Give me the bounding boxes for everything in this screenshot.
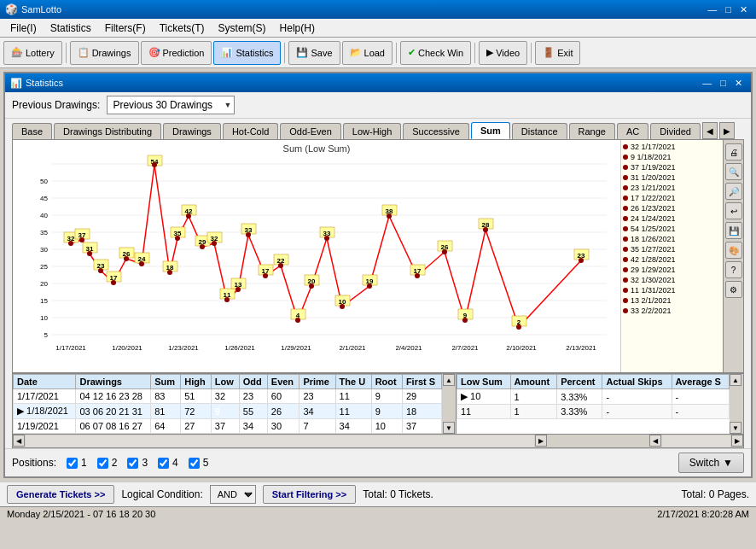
legend-text: 29 1/29/2021: [631, 266, 676, 274]
tab-next-button[interactable]: ▶: [719, 122, 735, 139]
stats-maximize-button[interactable]: □: [717, 76, 730, 90]
tab-range[interactable]: Range: [569, 123, 615, 139]
svg-point-78: [246, 232, 251, 237]
tab-prev-button[interactable]: ◀: [702, 122, 718, 139]
tab-divided[interactable]: Divided: [650, 123, 701, 139]
tab-drawings[interactable]: Drawings: [163, 123, 221, 139]
menu-statistics[interactable]: Statistics: [44, 20, 98, 36]
svg-point-87: [295, 318, 300, 323]
menu-filters[interactable]: Filters(F): [98, 20, 153, 36]
cell-actualskips: -: [602, 405, 672, 419]
menu-system[interactable]: System(S): [212, 20, 273, 36]
legend-dot-icon: [623, 298, 628, 303]
tab-drawings-distributing[interactable]: Drawings Distributing: [54, 123, 161, 139]
exit-icon: 🚪: [543, 47, 555, 58]
svg-text:2/13/2021: 2/13/2021: [566, 344, 596, 352]
right-scroll-spacer: [547, 435, 649, 447]
legend-text: 17 1/22/2021: [631, 194, 676, 202]
cell-firsts: 37: [402, 419, 441, 434]
status-datetime: Monday 2/15/2021 - 07 16 18 20 30: [7, 509, 155, 519]
separator2: [284, 43, 285, 63]
svg-text:25: 25: [40, 263, 48, 271]
switch-button[interactable]: Switch ▼: [678, 453, 744, 473]
svg-text:10: 10: [40, 314, 48, 322]
tool-undo-button[interactable]: ↩: [725, 202, 742, 219]
tool-zoom-in-button[interactable]: 🔍: [725, 163, 742, 180]
app-icon: 🎲: [5, 3, 18, 15]
menu-help[interactable]: Help(H): [273, 20, 322, 36]
position-5-checkbox[interactable]: [189, 458, 200, 469]
scroll-up-button[interactable]: ▲: [443, 374, 455, 386]
save-label: Save: [311, 48, 332, 58]
chart-area: Sum (Low Sum): [13, 140, 620, 372]
load-button[interactable]: 📂 Load: [342, 41, 393, 65]
tool-help-button[interactable]: ?: [725, 261, 742, 278]
cell-high: 51: [181, 389, 212, 404]
svg-text:2/1/2021: 2/1/2021: [339, 344, 366, 352]
prediction-button[interactable]: 🎯 Prediction: [141, 41, 212, 65]
svg-point-120: [579, 258, 584, 263]
cell-drawings: 04 12 16 23 28: [76, 389, 151, 404]
minimize-button[interactable]: —: [704, 3, 720, 16]
tool-color-button[interactable]: 🎨: [725, 242, 742, 259]
scroll-right-button[interactable]: ▶: [535, 435, 547, 447]
legend-text: 33 2/2/2021: [631, 307, 672, 315]
legend-text: 13 2/1/2021: [631, 296, 672, 305]
position-3-checkbox[interactable]: [127, 458, 138, 469]
tab-odd-even[interactable]: Odd-Even: [280, 123, 341, 139]
maximize-button[interactable]: □: [722, 3, 735, 16]
svg-point-45: [111, 280, 116, 285]
scroll-left-button[interactable]: ◀: [13, 435, 25, 447]
app-title-bar: 🎲 SamLotto — □ ✕: [0, 0, 756, 19]
col-header-even: Even: [267, 375, 299, 389]
logical-condition-select[interactable]: AND OR: [210, 485, 256, 504]
right-scroll-up-button[interactable]: ▲: [730, 374, 741, 386]
bottom-bar: Generate Tickets >> Logical Condition: A…: [0, 482, 756, 506]
tab-low-high[interactable]: Low-High: [343, 123, 401, 139]
checkwin-button[interactable]: ✔ Check Win: [400, 41, 471, 65]
start-filtering-button[interactable]: Start Filtering >>: [263, 485, 356, 504]
legend-item: 9 1/18/2021: [623, 152, 721, 162]
tool-save-chart-button[interactable]: 💾: [725, 222, 742, 239]
position-1-checkbox[interactable]: [67, 458, 78, 469]
statistics-button[interactable]: 📊 Statistics: [213, 41, 281, 65]
menu-file[interactable]: File(I): [3, 20, 44, 36]
position-2-checkbox[interactable]: [97, 458, 108, 469]
generate-tickets-button[interactable]: Generate Tickets >>: [7, 485, 114, 504]
tab-base[interactable]: Base: [12, 123, 52, 139]
tab-successive[interactable]: Successive: [403, 123, 469, 139]
tool-zoom-out-button[interactable]: 🔎: [725, 183, 742, 200]
cell-high: 27: [181, 419, 212, 434]
svg-point-114: [483, 227, 488, 232]
position-4-group: 4: [158, 457, 178, 469]
svg-text:45: 45: [40, 195, 48, 202]
right-scroll-track[interactable]: [662, 435, 730, 447]
save-button[interactable]: 💾 Save: [288, 41, 340, 65]
tab-ac[interactable]: AC: [617, 123, 648, 139]
lottery-button[interactable]: 🎰 Lottery: [3, 41, 62, 65]
close-button[interactable]: ✕: [736, 3, 751, 16]
svg-point-57: [167, 270, 172, 275]
previous-drawings-select[interactable]: Previous 10 Drawings Previous 20 Drawing…: [107, 96, 235, 114]
menu-tickets[interactable]: Tickets(T): [153, 20, 212, 36]
scroll-down-button[interactable]: ▼: [443, 422, 455, 434]
logical-condition-select-wrapper: AND OR: [210, 485, 256, 504]
right-scroll-down-button[interactable]: ▼: [730, 422, 741, 434]
video-button[interactable]: ▶ Video: [479, 41, 527, 65]
exit-button[interactable]: 🚪 Exit: [535, 41, 580, 65]
tab-sum[interactable]: Sum: [471, 122, 510, 139]
right-scroll-left-button[interactable]: ◀: [649, 435, 661, 447]
cell-prime: 7: [299, 419, 335, 434]
drawings-button[interactable]: 📋 Drawings: [70, 41, 139, 65]
stats-window-title: Statistics: [26, 78, 63, 88]
stats-close-button[interactable]: ✕: [731, 76, 746, 90]
cell-odd: 34: [239, 419, 267, 434]
tab-distance[interactable]: Distance: [512, 123, 567, 139]
tab-hot-cold[interactable]: Hot-Cold: [223, 123, 278, 139]
stats-minimize-button[interactable]: —: [699, 76, 715, 90]
scroll-track[interactable]: [26, 435, 534, 447]
right-scroll-right-button[interactable]: ▶: [731, 435, 743, 447]
position-4-checkbox[interactable]: [158, 458, 169, 469]
tool-settings-button[interactable]: ⚙: [725, 281, 742, 298]
tool-print-button[interactable]: 🖨: [725, 143, 742, 161]
